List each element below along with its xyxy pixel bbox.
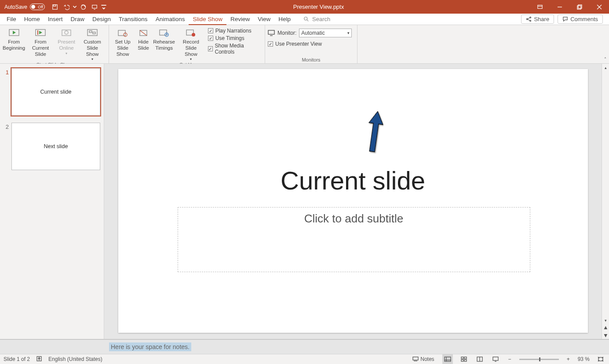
custom-show-icon — [79, 28, 106, 39]
zoom-percent[interactable]: 93 % — [578, 356, 590, 362]
scroll-down-icon[interactable]: ▾ — [602, 317, 609, 324]
svg-point-13 — [530, 17, 531, 18]
sorter-view-icon[interactable] — [459, 354, 469, 364]
notes-toggle[interactable]: Notes — [411, 354, 436, 364]
zoom-slider[interactable] — [519, 359, 559, 360]
autosave-label: AutoSave — [4, 4, 27, 10]
svg-point-37 — [39, 357, 40, 358]
tab-design[interactable]: Design — [88, 14, 115, 25]
use-timings-checkbox[interactable]: ✓Use Timings — [208, 35, 259, 41]
play-narrations-checkbox[interactable]: ✓Play Narrations — [208, 28, 259, 34]
thumb-slide-2[interactable]: Next slide — [11, 123, 100, 170]
tab-slide-show[interactable]: Slide Show — [189, 14, 226, 25]
svg-rect-24 — [93, 32, 95, 34]
group-label-monitors: Monitors — [268, 56, 354, 63]
rehearse-label: Rehearse Timings — [153, 39, 175, 51]
zoom-out-icon[interactable]: − — [507, 354, 513, 364]
hide-slide-button[interactable]: Hide Slide — [135, 26, 151, 51]
share-button[interactable]: Share — [521, 15, 554, 24]
rehearse-button[interactable]: Rehearse Timings — [153, 26, 175, 51]
redo-icon[interactable] — [77, 0, 89, 14]
scroll-up-icon[interactable]: ▴ — [602, 64, 609, 71]
record-button[interactable]: Record Slide Show ▾ — [177, 26, 205, 61]
from-beginning-quick-icon[interactable] — [89, 0, 100, 14]
notes-toggle-label: Notes — [420, 356, 434, 362]
from-beginning-button[interactable]: From Beginning — [3, 26, 25, 51]
svg-rect-43 — [461, 357, 463, 359]
slide-thumbnails: 1 Current slide 2 Next slide — [0, 64, 104, 339]
share-icon — [526, 16, 532, 22]
accessibility-icon[interactable] — [36, 356, 42, 363]
svg-marker-16 — [13, 31, 16, 34]
window-title: Presenter View.pptx — [107, 4, 530, 10]
from-current-button[interactable]: From Current Slide — [27, 26, 54, 57]
presenter-view-checkbox[interactable]: ✓Use Presenter View — [268, 41, 322, 47]
show-media-checkbox[interactable]: ✓Show Media Controls — [208, 43, 259, 55]
scroll-track[interactable] — [602, 71, 609, 317]
notes-pane[interactable]: Here is your space for notes. — [0, 339, 609, 354]
prev-slide-icon[interactable]: ⯅ — [602, 324, 609, 331]
thumb-slide-1[interactable]: Current slide — [11, 68, 100, 116]
tab-insert[interactable]: Insert — [44, 14, 67, 25]
tab-file[interactable]: File — [3, 14, 20, 25]
autosave-state: Off — [30, 4, 45, 10]
monitor-select[interactable]: Automatic ▾ — [299, 29, 352, 37]
record-icon — [177, 28, 205, 39]
next-slide-icon[interactable]: ⯆ — [602, 331, 609, 339]
monitor-value: Automatic — [301, 30, 325, 36]
svg-point-32 — [192, 33, 195, 36]
search-input[interactable]: Search — [303, 16, 330, 22]
present-online-button[interactable]: Present Online ▾ — [56, 26, 77, 55]
svg-rect-48 — [493, 357, 498, 360]
search-icon — [303, 16, 310, 22]
slide[interactable]: Current slide Click to add subtitle — [118, 69, 588, 333]
svg-rect-29 — [160, 30, 167, 35]
monitor-label: Monitor: — [277, 30, 296, 36]
undo-icon[interactable] — [61, 0, 72, 14]
reading-view-icon[interactable] — [475, 354, 485, 364]
save-icon[interactable] — [49, 0, 61, 14]
tab-view[interactable]: View — [254, 14, 274, 25]
custom-show-button[interactable]: Custom Slide Show ▾ — [79, 26, 106, 61]
minimize-icon[interactable] — [550, 0, 569, 14]
svg-marker-18 — [39, 31, 42, 34]
slide-title[interactable]: Current slide — [281, 166, 425, 195]
thumb-number: 2 — [4, 123, 9, 170]
svg-point-10 — [304, 17, 307, 20]
menubar: File Home Insert Draw Design Transitions… — [0, 14, 609, 25]
maximize-icon[interactable] — [569, 0, 589, 14]
slide-subtitle-placeholder[interactable]: Click to add subtitle — [178, 207, 530, 272]
svg-point-21 — [65, 31, 68, 34]
tab-draw[interactable]: Draw — [67, 14, 89, 25]
ribbon-display-icon[interactable] — [530, 0, 550, 14]
svg-rect-22 — [88, 29, 97, 36]
language-label[interactable]: English (United States) — [48, 356, 102, 362]
tab-help[interactable]: Help — [274, 14, 295, 25]
svg-line-28 — [140, 30, 147, 36]
tab-review[interactable]: Review — [226, 14, 254, 25]
tab-home[interactable]: Home — [20, 14, 44, 25]
tab-transitions[interactable]: Transitions — [115, 14, 152, 25]
collapse-ribbon-icon[interactable]: ˄ — [604, 57, 606, 62]
svg-rect-44 — [464, 357, 467, 359]
setup-show-button[interactable]: Set Up Slide Show — [112, 26, 134, 57]
comments-icon — [562, 16, 568, 22]
svg-rect-45 — [461, 360, 463, 361]
thumb-text: Current slide — [40, 89, 72, 95]
svg-rect-23 — [89, 31, 92, 33]
zoom-in-icon[interactable]: + — [565, 354, 572, 364]
svg-rect-38 — [413, 357, 418, 360]
slideshow-view-icon[interactable] — [491, 354, 500, 364]
presenter-view-label: Use Presenter View — [275, 41, 322, 47]
notes-text[interactable]: Here is your space for notes. — [109, 342, 191, 351]
qat-more-icon[interactable] — [100, 0, 107, 14]
autosave-toggle[interactable]: AutoSave Off — [0, 4, 49, 10]
normal-view-icon[interactable] — [442, 354, 453, 364]
fit-window-icon[interactable] — [596, 354, 605, 364]
from-beginning-icon — [3, 28, 25, 39]
undo-dropdown-icon[interactable] — [72, 0, 77, 14]
close-icon[interactable] — [589, 0, 609, 14]
comments-button[interactable]: Comments — [558, 15, 603, 24]
vertical-scrollbar[interactable]: ▴ ▾ ⯅ ⯆ — [602, 64, 609, 339]
tab-animations[interactable]: Animations — [152, 14, 189, 25]
